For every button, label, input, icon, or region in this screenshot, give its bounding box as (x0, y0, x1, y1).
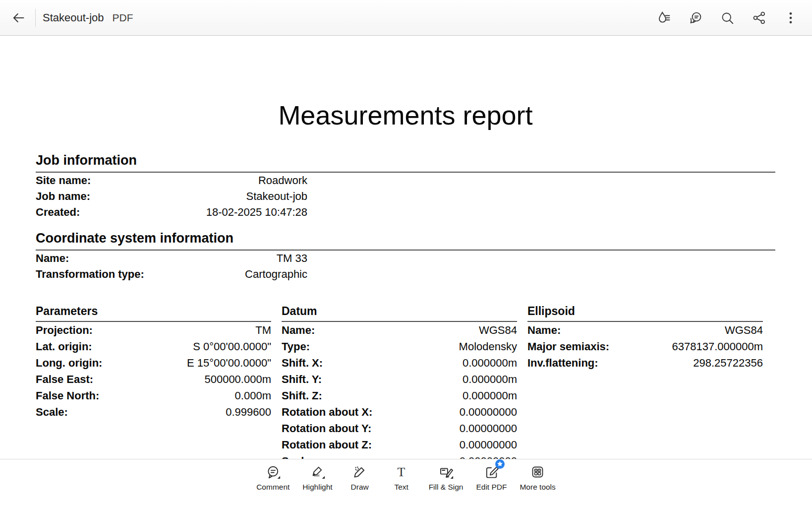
field-label: Shift. Y: (282, 373, 322, 386)
tool-label: More tools (520, 483, 555, 492)
liquid-mode-button[interactable] (655, 9, 672, 26)
column-heading: Ellipsoid (527, 306, 763, 322)
field-value: Molodensky (459, 340, 517, 353)
overflow-menu-button[interactable] (782, 9, 799, 26)
field-label: Major semiaxis: (527, 340, 609, 353)
appbar-actions (655, 9, 812, 26)
back-button[interactable] (5, 4, 32, 31)
field-row: Rotation about Z: 0.00000000 (282, 437, 517, 453)
field-label: Rotation about Z: (282, 439, 372, 451)
field-label: Rotation about X: (282, 406, 372, 419)
field-row: Rotation about X: 0.00000000 (282, 404, 517, 420)
field-value: WGS84 (479, 324, 517, 337)
field-value: 18-02-2025 10:47:28 (206, 206, 307, 219)
field-label: Name: (282, 324, 315, 337)
tool-comment[interactable]: Comment (256, 463, 290, 492)
pdf-page[interactable]: Measurements report Job information Site… (0, 36, 812, 506)
field-row: Major semiaxis: 6378137.000000m (527, 338, 763, 355)
field-value: 0.00000000 (460, 422, 517, 435)
document-type-label: PDF (113, 12, 133, 24)
section-job-information: Job information Site name: Roadwork Job … (36, 154, 775, 220)
field-value: 298.25722356 (693, 357, 763, 370)
appbar-title-group: Stakeout-job PDF (43, 11, 133, 24)
text-tool-icon: T (394, 463, 409, 481)
field-value: 0.000000m (463, 373, 517, 386)
field-row: Scale: 0.999600 (36, 404, 271, 420)
field-row: Shift. Y: 0.000000m (282, 371, 517, 387)
bottom-toolbar: Comment Highlight Draw (0, 459, 812, 506)
field-label: Site name: (36, 174, 91, 187)
field-row: Shift. X: 0.000000m (282, 355, 517, 371)
column-ellipsoid: Ellipsoid Name: WGS84 Major semiaxis: 63… (527, 306, 763, 469)
field-value: 500000.000m (204, 373, 271, 386)
tool-more-tools[interactable]: More tools (520, 463, 555, 492)
share-icon (752, 10, 766, 25)
tool-draw[interactable]: Draw (346, 463, 374, 492)
field-value: Cartographic (245, 268, 307, 281)
fill-sign-tool-icon (438, 463, 454, 481)
field-label: Lat. origin: (36, 340, 92, 353)
field-row: Transformation type: Cartographic (36, 266, 307, 282)
draw-tool-icon (352, 463, 367, 481)
highlight-tool-icon (310, 463, 325, 481)
field-label: Job name: (36, 190, 90, 203)
field-row: False North: 0.000m (36, 387, 271, 404)
tool-label: Text (394, 483, 408, 492)
field-value: TM 33 (277, 252, 307, 265)
share-button[interactable] (751, 9, 767, 26)
field-label: False East: (36, 373, 93, 386)
more-tools-grid-icon (530, 463, 545, 481)
field-label: Shift. Z: (282, 389, 322, 402)
field-value: 0.00000000 (460, 406, 517, 419)
field-value: 0.000000m (463, 389, 517, 402)
document-title: Stakeout-job (43, 11, 104, 24)
tool-fill-sign[interactable]: Fill & Sign (429, 463, 464, 492)
search-button[interactable] (719, 9, 736, 26)
field-row: Name: WGS84 (282, 322, 517, 338)
search-icon (720, 10, 735, 25)
field-value: 0.000000m (463, 357, 517, 370)
comment-tool-icon (265, 463, 281, 481)
tool-text[interactable]: T Text (387, 463, 416, 492)
tool-label: Fill & Sign (429, 483, 464, 492)
liquid-mode-icon (656, 10, 671, 25)
field-row: Inv.flattening: 298.25722356 (527, 355, 763, 371)
field-row: Job name: Stakeout-job (36, 189, 307, 204)
pdf-page-content: Measurements report Job information Site… (0, 102, 812, 469)
field-value: WGS84 (725, 324, 763, 337)
field-label: Type: (282, 340, 310, 353)
appbar-divider (35, 9, 36, 27)
section-coordinate-system: Coordinate system information Name: TM 3… (36, 232, 775, 282)
field-value: 6378137.000000m (672, 340, 763, 353)
field-value: Stakeout-job (246, 190, 307, 203)
field-row: Name: WGS84 (527, 322, 763, 338)
field-value: E 15°00'00.0000" (187, 357, 271, 370)
acrobat-pdf-viewer: Stakeout-job PDF (0, 0, 812, 506)
app-bar: Stakeout-job PDF (0, 0, 812, 36)
edit-pdf-tool-icon (484, 463, 499, 481)
tool-label: Comment (256, 483, 290, 492)
column-parameters: Parameters Projection: TM Lat. origin: S… (36, 306, 271, 469)
field-value: TM (255, 324, 271, 337)
field-label: False North: (36, 389, 99, 402)
field-label: Created: (36, 206, 80, 219)
field-value: 0.000m (235, 389, 271, 402)
field-row: Site name: Roadwork (36, 173, 307, 189)
field-row: Rotation about Y: 0.00000000 (282, 420, 517, 437)
field-label: Shift. X: (282, 357, 323, 370)
field-value: 0.00000000 (460, 439, 517, 451)
tool-highlight[interactable]: Highlight (302, 463, 332, 492)
field-row: False East: 500000.000m (36, 371, 271, 387)
field-label: Transformation type: (36, 268, 144, 281)
tool-label: Draw (351, 483, 369, 492)
column-datum: Datum Name: WGS84 Type: Molodensky Shift… (282, 306, 517, 469)
field-label: Rotation about Y: (282, 422, 371, 435)
tool-edit-pdf[interactable]: Edit PDF (476, 463, 507, 492)
field-row: Long. origin: E 15°00'00.0000" (36, 355, 271, 371)
tool-label: Edit PDF (476, 483, 507, 492)
comments-list-button[interactable] (687, 9, 704, 26)
job-information-fields: Site name: Roadwork Job name: Stakeout-j… (36, 173, 307, 220)
field-value: S 0°00'00.0000" (193, 340, 271, 353)
column-heading: Datum (282, 306, 517, 322)
coordinate-system-fields: Name: TM 33 Transformation type: Cartogr… (36, 251, 307, 282)
